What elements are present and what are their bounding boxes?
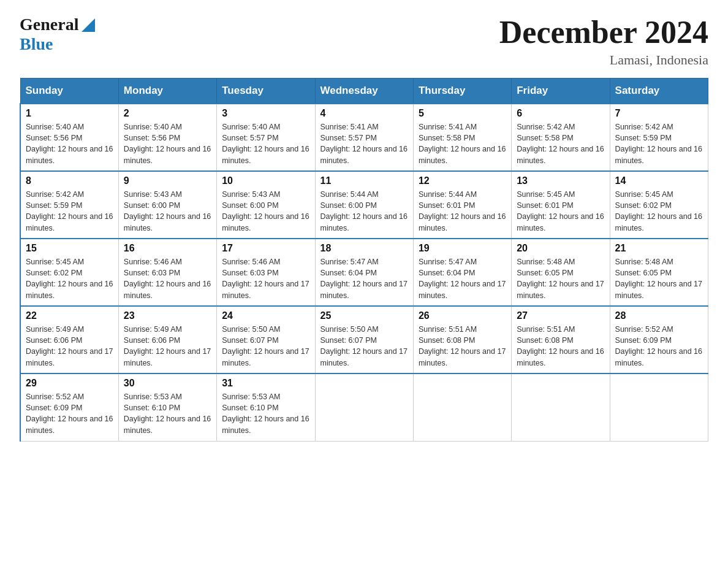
day-number: 2: [124, 108, 211, 119]
table-row: 20Sunrise: 5:48 AMSunset: 6:05 PMDayligh…: [512, 239, 610, 306]
day-number: 15: [26, 243, 113, 254]
calendar-week-row: 29Sunrise: 5:52 AMSunset: 6:09 PMDayligh…: [20, 373, 708, 441]
day-number: 10: [222, 175, 309, 186]
table-row: 21Sunrise: 5:48 AMSunset: 6:05 PMDayligh…: [610, 239, 708, 306]
table-row: 30Sunrise: 5:53 AMSunset: 6:10 PMDayligh…: [118, 373, 216, 441]
table-row: 10Sunrise: 5:43 AMSunset: 6:00 PMDayligh…: [217, 171, 315, 239]
table-row: 4Sunrise: 5:41 AMSunset: 5:57 PMDaylight…: [315, 104, 413, 171]
table-row: 14Sunrise: 5:45 AMSunset: 6:02 PMDayligh…: [610, 171, 708, 239]
day-number: 7: [615, 108, 703, 119]
day-info: Sunrise: 5:51 AMSunset: 6:08 PMDaylight:…: [419, 324, 506, 369]
col-friday: Friday: [512, 79, 610, 104]
day-number: 14: [615, 175, 703, 186]
table-row: 3Sunrise: 5:40 AMSunset: 5:57 PMDaylight…: [217, 104, 315, 171]
day-number: 25: [320, 310, 408, 321]
day-number: 18: [320, 243, 408, 254]
day-info: Sunrise: 5:50 AMSunset: 6:07 PMDaylight:…: [222, 324, 309, 369]
table-row: 24Sunrise: 5:50 AMSunset: 6:07 PMDayligh…: [217, 306, 315, 373]
month-title: December 2024: [499, 15, 708, 50]
day-number: 29: [26, 378, 113, 389]
day-info: Sunrise: 5:48 AMSunset: 6:05 PMDaylight:…: [615, 256, 703, 301]
day-info: Sunrise: 5:43 AMSunset: 6:00 PMDaylight:…: [222, 189, 309, 234]
day-number: 6: [517, 108, 604, 119]
day-number: 5: [419, 108, 506, 119]
table-row: 16Sunrise: 5:46 AMSunset: 6:03 PMDayligh…: [118, 239, 216, 306]
day-number: 28: [615, 310, 703, 321]
table-row: 31Sunrise: 5:53 AMSunset: 6:10 PMDayligh…: [217, 373, 315, 441]
table-row: 6Sunrise: 5:42 AMSunset: 5:58 PMDaylight…: [512, 104, 610, 171]
table-row: 13Sunrise: 5:45 AMSunset: 6:01 PMDayligh…: [512, 171, 610, 239]
day-info: Sunrise: 5:48 AMSunset: 6:05 PMDaylight:…: [517, 256, 604, 301]
logo-blue-text: Blue: [20, 34, 53, 54]
logo-triangle-icon: [82, 18, 95, 32]
table-row: 5Sunrise: 5:41 AMSunset: 5:58 PMDaylight…: [413, 104, 511, 171]
calendar-table: Sunday Monday Tuesday Wednesday Thursday…: [20, 78, 708, 442]
day-number: 9: [124, 175, 211, 186]
table-row: 18Sunrise: 5:47 AMSunset: 6:04 PMDayligh…: [315, 239, 413, 306]
day-info: Sunrise: 5:47 AMSunset: 6:04 PMDaylight:…: [419, 256, 506, 301]
col-sunday: Sunday: [20, 79, 118, 104]
day-info: Sunrise: 5:44 AMSunset: 6:00 PMDaylight:…: [320, 189, 408, 234]
day-info: Sunrise: 5:40 AMSunset: 5:56 PMDaylight:…: [124, 121, 211, 166]
calendar-week-row: 8Sunrise: 5:42 AMSunset: 5:59 PMDaylight…: [20, 171, 708, 239]
table-row: 19Sunrise: 5:47 AMSunset: 6:04 PMDayligh…: [413, 239, 511, 306]
day-number: 27: [517, 310, 604, 321]
table-row: 25Sunrise: 5:50 AMSunset: 6:07 PMDayligh…: [315, 306, 413, 373]
calendar-week-row: 22Sunrise: 5:49 AMSunset: 6:06 PMDayligh…: [20, 306, 708, 373]
title-area: December 2024 Lamasi, Indonesia: [499, 15, 708, 68]
svg-marker-0: [82, 18, 95, 32]
day-number: 31: [222, 378, 309, 389]
day-number: 11: [320, 175, 408, 186]
day-number: 3: [222, 108, 309, 119]
day-info: Sunrise: 5:41 AMSunset: 5:58 PMDaylight:…: [419, 121, 506, 166]
table-row: 29Sunrise: 5:52 AMSunset: 6:09 PMDayligh…: [20, 373, 118, 441]
table-row: 2Sunrise: 5:40 AMSunset: 5:56 PMDaylight…: [118, 104, 216, 171]
day-info: Sunrise: 5:42 AMSunset: 5:58 PMDaylight:…: [517, 121, 604, 166]
day-info: Sunrise: 5:42 AMSunset: 5:59 PMDaylight:…: [615, 121, 703, 166]
table-row: 27Sunrise: 5:51 AMSunset: 6:08 PMDayligh…: [512, 306, 610, 373]
day-info: Sunrise: 5:42 AMSunset: 5:59 PMDaylight:…: [26, 189, 113, 234]
table-row: 9Sunrise: 5:43 AMSunset: 6:00 PMDaylight…: [118, 171, 216, 239]
table-row: [610, 373, 708, 441]
table-row: [512, 373, 610, 441]
table-row: 17Sunrise: 5:46 AMSunset: 6:03 PMDayligh…: [217, 239, 315, 306]
calendar-week-row: 15Sunrise: 5:45 AMSunset: 6:02 PMDayligh…: [20, 239, 708, 306]
day-info: Sunrise: 5:45 AMSunset: 6:02 PMDaylight:…: [26, 256, 113, 301]
day-info: Sunrise: 5:40 AMSunset: 5:56 PMDaylight:…: [26, 121, 113, 166]
table-row: 11Sunrise: 5:44 AMSunset: 6:00 PMDayligh…: [315, 171, 413, 239]
day-info: Sunrise: 5:45 AMSunset: 6:01 PMDaylight:…: [517, 189, 604, 234]
day-info: Sunrise: 5:40 AMSunset: 5:57 PMDaylight:…: [222, 121, 309, 166]
day-info: Sunrise: 5:49 AMSunset: 6:06 PMDaylight:…: [26, 324, 113, 369]
location-subtitle: Lamasi, Indonesia: [499, 52, 708, 68]
day-info: Sunrise: 5:43 AMSunset: 6:00 PMDaylight:…: [124, 189, 211, 234]
day-number: 13: [517, 175, 604, 186]
day-info: Sunrise: 5:44 AMSunset: 6:01 PMDaylight:…: [419, 189, 506, 234]
day-info: Sunrise: 5:45 AMSunset: 6:02 PMDaylight:…: [615, 189, 703, 234]
table-row: 22Sunrise: 5:49 AMSunset: 6:06 PMDayligh…: [20, 306, 118, 373]
table-row: [315, 373, 413, 441]
col-thursday: Thursday: [413, 79, 511, 104]
col-saturday: Saturday: [610, 79, 708, 104]
day-info: Sunrise: 5:52 AMSunset: 6:09 PMDaylight:…: [615, 324, 703, 369]
day-number: 24: [222, 310, 309, 321]
day-info: Sunrise: 5:53 AMSunset: 6:10 PMDaylight:…: [222, 391, 309, 436]
day-number: 16: [124, 243, 211, 254]
logo: General Blue: [20, 15, 95, 54]
day-info: Sunrise: 5:41 AMSunset: 5:57 PMDaylight:…: [320, 121, 408, 166]
table-row: 23Sunrise: 5:49 AMSunset: 6:06 PMDayligh…: [118, 306, 216, 373]
col-monday: Monday: [118, 79, 216, 104]
col-tuesday: Tuesday: [217, 79, 315, 104]
day-info: Sunrise: 5:50 AMSunset: 6:07 PMDaylight:…: [320, 324, 408, 369]
calendar-header-row: Sunday Monday Tuesday Wednesday Thursday…: [20, 79, 708, 104]
day-number: 30: [124, 378, 211, 389]
day-number: 12: [419, 175, 506, 186]
day-info: Sunrise: 5:51 AMSunset: 6:08 PMDaylight:…: [517, 324, 604, 369]
logo-general-text: General: [20, 15, 78, 34]
day-info: Sunrise: 5:46 AMSunset: 6:03 PMDaylight:…: [124, 256, 211, 301]
table-row: 1Sunrise: 5:40 AMSunset: 5:56 PMDaylight…: [20, 104, 118, 171]
table-row: 26Sunrise: 5:51 AMSunset: 6:08 PMDayligh…: [413, 306, 511, 373]
table-row: 12Sunrise: 5:44 AMSunset: 6:01 PMDayligh…: [413, 171, 511, 239]
day-info: Sunrise: 5:53 AMSunset: 6:10 PMDaylight:…: [124, 391, 211, 436]
page-header: General Blue December 2024 Lamasi, Indon…: [20, 15, 708, 68]
day-number: 22: [26, 310, 113, 321]
